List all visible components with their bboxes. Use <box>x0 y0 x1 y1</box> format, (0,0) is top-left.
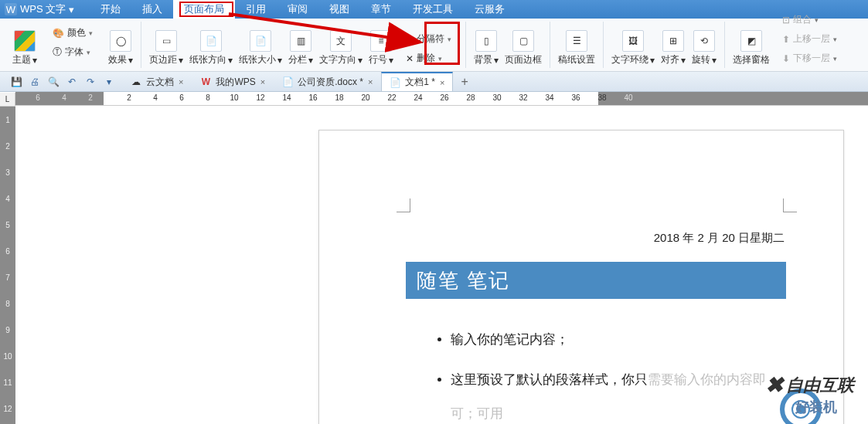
titlebar: W WPS 文字 ▾ 开始 插入 页面布局 引用 审阅 视图 章节 开发工具 云… <box>0 0 868 19</box>
align-button[interactable]: ⊞对齐▾ <box>658 23 689 68</box>
margin-label: 页边距 <box>149 53 177 66</box>
tab-start[interactable]: 开始 <box>90 0 131 19</box>
combine-button[interactable]: ⊡组合▾ <box>778 12 842 28</box>
margin-corner-tr <box>783 198 797 212</box>
pageborder-icon: ▢ <box>512 30 534 52</box>
wrap-button[interactable]: 🖼文字环绕▾ <box>608 23 658 68</box>
margin-corner-tl <box>397 198 410 212</box>
background-button[interactable]: ▯背景▾ <box>471 23 502 68</box>
draft-label: 稿纸设置 <box>558 53 595 66</box>
ruler-horizontal[interactable]: 642246810121416182022242628303234363840 <box>15 92 868 106</box>
background-icon: ▯ <box>475 30 497 52</box>
pageborder-button[interactable]: ▢页面边框 <box>502 23 545 68</box>
rotate-icon: ⟲ <box>693 30 715 52</box>
color-icon: 🎨 <box>53 28 64 39</box>
watermark-arrow-icon: ✖ <box>765 372 783 398</box>
combine-icon: ⊡ <box>782 15 790 25</box>
doctab-clouddoc-label: 云文档 <box>146 76 174 89</box>
textdir-button[interactable]: 文文字方向▾ <box>316 23 366 68</box>
effect-icon: ◯ <box>110 30 131 52</box>
linenum-label: 行号 <box>369 53 387 66</box>
textdir-label: 文字方向 <box>319 53 356 66</box>
ruler-vertical[interactable]: 12345678910111213 <box>0 107 15 424</box>
document-bullets[interactable]: 输入你的笔记内容； 这里预设了默认的段落样式，你只需要输入你的内容即可；可用 做… <box>420 323 786 424</box>
combine-label: 组合 <box>793 13 812 26</box>
size-label: 纸张大小 <box>239 53 276 66</box>
qat-print-icon[interactable]: 🖨 <box>28 75 42 89</box>
ruler-corner[interactable]: L <box>0 93 15 107</box>
background-label: 背景 <box>474 53 492 66</box>
doctab-add[interactable]: + <box>453 75 475 89</box>
document-title[interactable]: 随笔 笔记 <box>406 262 786 299</box>
app-title-text: WPS 文字 <box>20 2 66 16</box>
watermark-1: ✖ 自由互联 <box>765 372 854 398</box>
tab-devtools[interactable]: 开发工具 <box>402 0 464 19</box>
tab-review[interactable]: 审阅 <box>277 0 318 19</box>
qat-save-icon[interactable]: 💾 <box>9 75 23 89</box>
bullet-2[interactable]: 这里预设了默认的段落样式，你只需要输入你的内容即可；可用 做快速的随笔记录； <box>451 363 786 424</box>
doctab-mywps-close[interactable]: × <box>260 77 265 86</box>
rotate-label: 旋转 <box>692 53 710 66</box>
tab-cloud[interactable]: 云服务 <box>464 0 516 19</box>
app-logo-icon: W <box>5 3 17 15</box>
linenum-button[interactable]: ≡行号▾ <box>366 23 397 68</box>
moveup-button[interactable]: ⬆上移一层▾ <box>778 31 842 47</box>
doctab-doc2[interactable]: 📄 文档1 * × <box>381 72 453 91</box>
watermark-2: 好装机 <box>795 398 837 416</box>
breaks-button[interactable]: ↵分隔符▾ <box>401 31 456 47</box>
linenum-icon: ≡ <box>370 30 392 52</box>
workspace: 2018 年 2 月 20 日星期二 随笔 笔记 输入你的笔记内容； 这里预设了… <box>15 107 868 424</box>
qat-redo-icon[interactable]: ↷ <box>83 75 97 89</box>
doctab-doc2-close[interactable]: × <box>440 78 444 87</box>
draft-button[interactable]: ☰稿纸设置 <box>555 23 598 68</box>
rotate-button[interactable]: ⟲旋转▾ <box>689 23 720 68</box>
doctab-doc1[interactable]: 📄 公司资质.docx * × <box>274 73 381 91</box>
doctab-mywps[interactable]: W 我的WPS × <box>192 73 274 91</box>
bullet-1[interactable]: 输入你的笔记内容； <box>451 323 786 357</box>
doc-icon: 📄 <box>390 77 400 88</box>
movedown-icon: ⬇ <box>782 53 790 64</box>
quick-access-toolbar: 💾 🖨 🔍 ↶ ↷ ▾ <box>3 75 122 89</box>
doctab-doc1-close[interactable]: × <box>368 77 373 86</box>
color-button[interactable]: 🎨颜色▾ <box>48 25 97 41</box>
wrap-label: 文字环绕 <box>611 53 648 66</box>
selection-label: 选择窗格 <box>733 53 770 66</box>
columns-icon: ▥ <box>290 30 311 52</box>
orientation-button[interactable]: 📄纸张方向▾ <box>186 23 236 68</box>
columns-button[interactable]: ▥分栏▾ <box>285 23 316 68</box>
qat-undo-icon[interactable]: ↶ <box>65 75 79 89</box>
font-button[interactable]: Ⓣ字体▾ <box>48 44 97 60</box>
tab-reference[interactable]: 引用 <box>235 0 277 19</box>
draft-icon: ☰ <box>566 30 587 52</box>
selection-button[interactable]: ◩选择窗格 <box>730 23 773 68</box>
movedown-button[interactable]: ⬇下移一层▾ <box>778 50 842 66</box>
align-icon: ⊞ <box>662 30 684 52</box>
size-button[interactable]: 📄纸张大小▾ <box>236 23 285 68</box>
orientation-icon: 📄 <box>200 30 222 52</box>
theme-button[interactable]: 主题▾ <box>9 23 40 68</box>
margin-button[interactable]: ▭页边距▾ <box>146 23 186 68</box>
tab-section[interactable]: 章节 <box>360 0 402 19</box>
doctab-clouddoc[interactable]: ☁ 云文档 × <box>122 73 192 91</box>
cloud-icon: ☁ <box>131 76 141 87</box>
doctab-clouddoc-close[interactable]: × <box>179 77 183 86</box>
movedown-label: 下移一层 <box>793 52 830 65</box>
app-title: W WPS 文字 ▾ <box>5 2 74 16</box>
breaks-icon: ↵ <box>406 34 414 45</box>
breaks-label: 分隔符 <box>417 32 444 46</box>
qat-more-icon[interactable]: ▾ <box>102 75 116 89</box>
delete-blank-button[interactable]: ✕删除▾ <box>401 50 456 66</box>
orientation-label: 纸张方向 <box>189 53 226 66</box>
app-menu-dropdown-icon[interactable]: ▾ <box>69 4 74 15</box>
doctab-doc2-label: 文档1 * <box>405 76 435 89</box>
qat-preview-icon[interactable]: 🔍 <box>46 75 60 89</box>
theme-label: 主题 <box>12 53 31 66</box>
font-icon: Ⓣ <box>53 46 62 59</box>
ribbon-group-selection: ◩选择窗格 ⊡组合▾ ⬆上移一层▾ ⬇下移一层▾ <box>725 22 851 68</box>
textdir-icon: 文 <box>330 30 352 52</box>
document-tabs: 💾 🖨 🔍 ↶ ↷ ▾ ☁ 云文档 × W 我的WPS × 📄 公司资质.doc… <box>0 72 868 92</box>
effect-button[interactable]: ◯ 效果▾ <box>105 23 136 68</box>
tab-view[interactable]: 视图 <box>318 0 360 19</box>
tab-insert[interactable]: 插入 <box>131 0 173 19</box>
tab-layout[interactable]: 页面布局 <box>173 0 235 19</box>
